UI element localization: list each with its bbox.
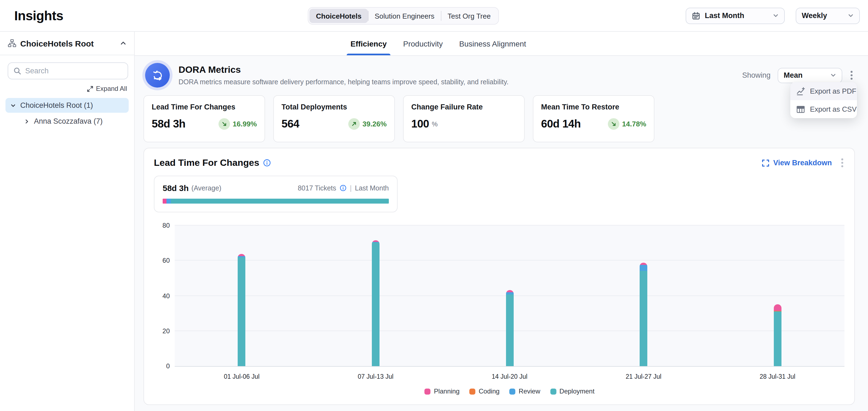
bar-segment-deployment[interactable] [506,295,514,366]
metric-value-row: 56439.26% [281,118,386,130]
tab-productivity[interactable]: Productivity [403,32,443,55]
org-tab-solution-engineers[interactable]: Solution Engineers [368,9,441,23]
legend-label: Review [519,387,540,395]
aggregation-select[interactable]: Mean [778,68,842,83]
org-tab-choicehotels[interactable]: ChoiceHotels [309,9,368,23]
info-icon[interactable] [340,184,347,192]
metric-card-total-deployments: Total Deployments56439.26% [273,95,395,142]
metric-card-mean-time-to-restore: Mean Time To Restore60d 14h14.78% [533,95,654,142]
bar-segment-planning[interactable] [238,254,246,256]
y-axis-tick: 0 [153,362,170,370]
org-tree-sidebar: ChoiceHotels Root Expand All ChoiceHotel… [0,32,135,411]
tree-node[interactable]: Anna Scozzafava (7) [0,114,134,129]
summary-period: Last Month [355,184,389,192]
metric-unit: % [432,120,438,128]
trend-badge: 14.78% [608,118,646,130]
chevron-down-icon[interactable] [10,103,16,108]
metric-card-lead-time-for-changes: Lead Time For Changes58d 3h16.99% [144,95,265,142]
bar-segment-deployment[interactable] [640,271,647,366]
kebab-menu-icon[interactable] [840,157,844,169]
lead-time-chart: 02040608001 Jul-06 Jul07 Jul-13 Jul14 Ju… [154,226,844,409]
tab-label: Productivity [403,39,443,48]
stacked-bar-3[interactable] [506,290,514,366]
export-dropdown-menu: Export as PDFExport as CSV [790,82,857,118]
trend-badge: 39.26% [348,118,386,130]
tab-label: Efficiency [350,39,386,48]
dora-actions: Showing Mean [742,68,854,83]
bar-segment-deployment[interactable] [238,257,246,366]
date-range-select[interactable]: Last Month [686,7,785,24]
chevron-right-icon[interactable] [24,118,30,124]
bar-segment-deployment[interactable] [372,242,379,366]
sprint-cycle-icon [145,63,170,88]
bar-segment-review[interactable] [506,292,514,295]
sidebar-header[interactable]: ChoiceHotels Root [0,32,134,55]
lead-time-summary-card: 58d 3h (Average) 8017 Tickets | Last Mon… [154,176,398,212]
chart-legend: PlanningCodingReviewDeployment [175,387,844,395]
dora-metrics-header: DORA Metrics DORA metrics measure softwa… [135,56,868,88]
y-axis-tick: 40 [153,292,170,300]
chevron-up-icon[interactable] [120,40,126,46]
legend-item-deployment[interactable]: Deployment [550,387,594,395]
bar-segment-deployment[interactable] [774,311,781,366]
x-axis-label: 21 Jul-27 Jul [626,373,661,380]
metric-title: Lead Time For Changes [152,103,257,111]
search-field[interactable] [8,62,128,79]
legend-item-coding[interactable]: Coding [469,387,499,395]
section-header: Lead Time For Changes View Breakdown [154,157,844,169]
dora-title: DORA Metrics [179,65,508,75]
trend-percent: 14.78% [622,120,646,128]
tickets-count: 8017 Tickets [298,184,336,192]
stacked-bar-5[interactable] [774,304,781,366]
legend-item-planning[interactable]: Planning [425,387,460,395]
phase-segment-planning [163,199,166,204]
bar-segment-review[interactable] [640,265,647,271]
phase-segment-review [166,199,171,204]
view-breakdown-button[interactable]: View Breakdown [762,159,832,167]
menu-item-export-as-csv[interactable]: Export as CSV [790,100,857,118]
aggregation-value: Mean [784,71,803,79]
x-axis-label: 28 Jul-31 Jul [760,373,795,380]
search-input[interactable] [25,67,123,75]
menu-item-label: Export as CSV [810,105,857,113]
y-axis-tick: 20 [153,327,170,335]
menu-item-export-as-pdf[interactable]: Export as PDF [790,82,857,100]
metric-value-row: 100% [411,118,517,130]
legend-label: Deployment [559,387,594,395]
legend-label: Coding [478,387,499,395]
x-axis-label: 14 Jul-20 Jul [492,373,527,380]
trend-down-icon [608,118,619,130]
granularity-select[interactable]: Weekly [796,7,860,24]
metric-value-row: 60d 14h14.78% [541,118,646,130]
view-breakdown-label: View Breakdown [773,159,832,167]
tree-node-label: ChoiceHotels Root (1) [20,101,93,109]
bar-segment-planning[interactable] [774,304,781,311]
main-tabs-row: EfficiencyProductivityBusiness Alignment [135,32,868,56]
top-bar: Insights ChoiceHotelsSolution EngineersT… [0,0,868,32]
tab-efficiency[interactable]: Efficiency [350,32,386,55]
stacked-bar-1[interactable] [238,254,246,366]
kebab-menu-icon[interactable] [849,69,854,81]
page-title: Insights [14,8,63,23]
tree-node[interactable]: ChoiceHotels Root (1) [5,98,129,113]
metric-title: Mean Time To Restore [541,103,646,111]
metric-value: 58d 3h [152,118,185,130]
metric-value: 564 [281,118,299,130]
chevron-down-icon [830,72,836,78]
legend-marker [509,388,515,394]
stacked-bar-2[interactable] [372,240,379,366]
dora-description: DORA metrics measure software delivery p… [179,78,508,86]
org-tab-test-org-tree[interactable]: Test Org Tree [441,9,497,23]
trend-badge: 16.99% [218,118,257,130]
info-icon[interactable] [263,159,271,167]
main-panel: EfficiencyProductivityBusiness Alignment… [135,32,868,411]
menu-item-label: Export as PDF [810,87,856,95]
metric-title: Change Failure Rate [411,103,517,111]
expand-corners-icon [762,159,769,167]
legend-item-review[interactable]: Review [509,387,540,395]
tab-business-alignment[interactable]: Business Alignment [459,32,526,55]
legend-marker [469,388,475,394]
stacked-bar-4[interactable] [640,263,647,366]
expand-all-button[interactable]: Expand All [0,85,134,93]
x-axis-label: 07 Jul-13 Jul [358,373,394,380]
